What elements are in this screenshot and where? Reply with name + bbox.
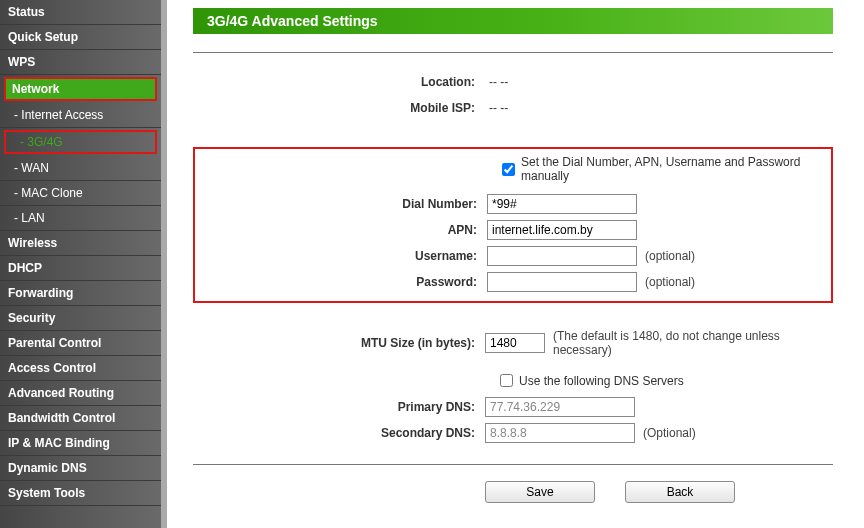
nav-item-19[interactable]: System Tools: [0, 481, 161, 506]
nav-item-10[interactable]: DHCP: [0, 256, 161, 281]
manual-settings-highlight: Set the Dial Number, APN, Username and P…: [193, 147, 833, 303]
dial-number-input[interactable]: [487, 194, 637, 214]
sidebar: StatusQuick SetupWPSNetwork- Internet Ac…: [0, 0, 167, 528]
username-optional: (optional): [645, 249, 695, 263]
use-dns-label: Use the following DNS Servers: [519, 374, 684, 388]
secondary-dns-label: Secondary DNS:: [193, 426, 485, 440]
nav-item-15[interactable]: Advanced Routing: [0, 381, 161, 406]
nav-item-18[interactable]: Dynamic DNS: [0, 456, 161, 481]
manual-checkbox-label: Set the Dial Number, APN, Username and P…: [521, 155, 827, 183]
secondary-dns-optional: (Optional): [643, 426, 696, 440]
settings-form: Location: -- -- Mobile ISP: -- -- Set th…: [193, 69, 833, 503]
username-label: Username:: [195, 249, 487, 263]
mtu-label: MTU Size (in bytes):: [193, 336, 485, 350]
use-dns-checkbox[interactable]: [500, 374, 513, 387]
mtu-hint: (The default is 1480, do not change unle…: [553, 329, 833, 357]
main-content: 3G/4G Advanced Settings Location: -- -- …: [167, 0, 864, 528]
nav-item-3[interactable]: Network: [4, 77, 157, 101]
password-optional: (optional): [645, 275, 695, 289]
nav-item-17[interactable]: IP & MAC Binding: [0, 431, 161, 456]
location-value: -- --: [485, 75, 833, 89]
dial-number-label: Dial Number:: [195, 197, 487, 211]
primary-dns-input[interactable]: [485, 397, 635, 417]
username-input[interactable]: [487, 246, 637, 266]
back-button[interactable]: Back: [625, 481, 735, 503]
apn-input[interactable]: [487, 220, 637, 240]
password-label: Password:: [195, 275, 487, 289]
secondary-dns-input[interactable]: [485, 423, 635, 443]
primary-dns-label: Primary DNS:: [193, 400, 485, 414]
nav-item-5[interactable]: - 3G/4G: [4, 130, 157, 154]
nav-item-1[interactable]: Quick Setup: [0, 25, 161, 50]
password-input[interactable]: [487, 272, 637, 292]
divider: [193, 52, 833, 53]
manual-checkbox[interactable]: [502, 163, 515, 176]
apn-label: APN:: [195, 223, 487, 237]
nav-item-2[interactable]: WPS: [0, 50, 161, 75]
nav-item-9[interactable]: Wireless: [0, 231, 161, 256]
nav-item-14[interactable]: Access Control: [0, 356, 161, 381]
nav-item-0[interactable]: Status: [0, 0, 161, 25]
location-label: Location:: [193, 75, 485, 89]
nav-item-11[interactable]: Forwarding: [0, 281, 161, 306]
mtu-input[interactable]: [485, 333, 545, 353]
save-button[interactable]: Save: [485, 481, 595, 503]
divider: [193, 464, 833, 465]
mobile-isp-label: Mobile ISP:: [193, 101, 485, 115]
nav-item-4[interactable]: - Internet Access: [0, 103, 161, 128]
nav-item-6[interactable]: - WAN: [0, 156, 161, 181]
nav-item-16[interactable]: Bandwidth Control: [0, 406, 161, 431]
mobile-isp-value: -- --: [485, 101, 833, 115]
page-title: 3G/4G Advanced Settings: [193, 8, 833, 34]
nav-item-8[interactable]: - LAN: [0, 206, 161, 231]
nav-item-13[interactable]: Parental Control: [0, 331, 161, 356]
nav-item-12[interactable]: Security: [0, 306, 161, 331]
nav-item-7[interactable]: - MAC Clone: [0, 181, 161, 206]
